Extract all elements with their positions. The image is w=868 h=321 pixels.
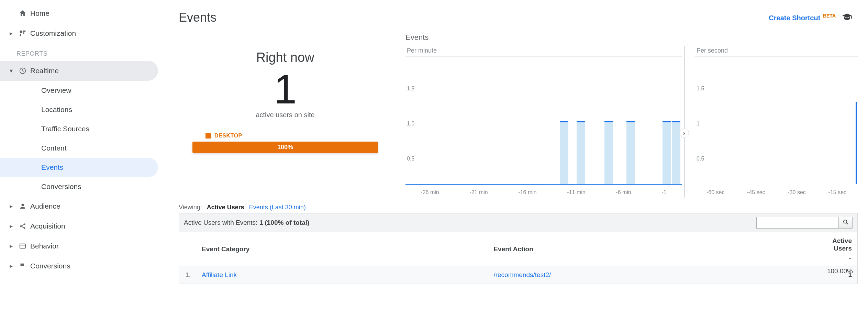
nav-audience[interactable]: ▸ Audience bbox=[0, 196, 168, 216]
right-now-card: Right now 1 active users on site DESKTOP… bbox=[179, 33, 392, 198]
nav-home[interactable]: Home bbox=[0, 3, 168, 23]
share-icon bbox=[15, 222, 30, 230]
charts-column: Events Per minute 1.5 1.0 0.5 bbox=[405, 33, 858, 198]
col-active-users-label: Active Users bbox=[832, 237, 852, 252]
sidebar: Home ▸ Customization REPORTS ▾ Realtime … bbox=[0, 0, 168, 321]
create-shortcut-label: Create Shortcut bbox=[769, 14, 820, 22]
desktop-label: DESKTOP bbox=[214, 133, 242, 139]
sidebar-item-label: Events bbox=[41, 163, 63, 171]
chart-expand-button[interactable]: › bbox=[679, 128, 689, 138]
education-icon[interactable] bbox=[842, 12, 852, 23]
chart-second-xlabels: -60 sec-45 sec-30 sec-15 sec bbox=[695, 189, 858, 196]
col-event-action[interactable]: Event Action bbox=[488, 232, 827, 266]
sidebar-item-overview[interactable]: Overview bbox=[0, 81, 168, 100]
main-content: Events Create Shortcut BETA Right now 1 … bbox=[168, 0, 868, 321]
svg-rect-9 bbox=[20, 244, 26, 248]
table-caption-bar: Active Users with Events: 1 (100% of tot… bbox=[179, 213, 857, 232]
nav-conversions-label: Conversions bbox=[30, 262, 70, 270]
caret-right-icon: ▸ bbox=[7, 262, 15, 270]
ytick: 1 bbox=[697, 121, 700, 127]
behavior-icon bbox=[15, 242, 30, 250]
svg-rect-3 bbox=[20, 34, 21, 36]
chart-bar bbox=[626, 122, 635, 184]
ytick: 0.5 bbox=[697, 156, 704, 162]
svg-rect-1 bbox=[23, 31, 25, 32]
table-search-input[interactable] bbox=[756, 217, 839, 229]
svg-point-5 bbox=[21, 204, 24, 206]
caret-right-icon: ▸ bbox=[7, 222, 15, 230]
chart-second-canvas: 1.5 1 0.5 -60 sec-45 sec-30 sec-15 sec bbox=[695, 57, 858, 198]
svg-rect-2 bbox=[23, 32, 24, 34]
events-table: Event Category Event Action Active Users… bbox=[179, 232, 857, 284]
beta-badge: BETA bbox=[823, 13, 836, 19]
table-search-button[interactable] bbox=[839, 217, 853, 229]
chart-bar bbox=[577, 122, 585, 184]
chart-minute-xlabels: -26 min-21 min-16 min-11 min-6 min-1 bbox=[405, 189, 682, 196]
ytick: 1.0 bbox=[407, 121, 414, 127]
ytick: 1.5 bbox=[407, 86, 414, 92]
tab-events-30min[interactable]: Events (Last 30 min) bbox=[249, 204, 306, 211]
person-icon bbox=[15, 202, 30, 210]
chart-per-minute: Per minute 1.5 1.0 0.5 bbox=[405, 46, 685, 198]
chart-bar bbox=[856, 102, 857, 184]
col-event-category[interactable]: Event Category bbox=[196, 232, 488, 266]
ytick: 1.5 bbox=[697, 86, 704, 92]
sort-desc-icon: ↓ bbox=[845, 252, 852, 261]
create-shortcut-link[interactable]: Create Shortcut BETA bbox=[769, 13, 836, 22]
cell-pct: 100.00% bbox=[168, 267, 853, 275]
caption-value: 1 (100% of total) bbox=[259, 219, 310, 226]
chart-baseline bbox=[405, 184, 682, 185]
sidebar-item-label: Traffic Sources bbox=[41, 125, 89, 133]
right-now-subtitle: active users on site bbox=[256, 111, 314, 119]
col-index bbox=[179, 232, 196, 266]
desktop-swatch-icon bbox=[205, 133, 211, 139]
tab-active-users[interactable]: Active Users bbox=[207, 204, 244, 211]
svg-rect-0 bbox=[20, 31, 22, 33]
top-row: Right now 1 active users on site DESKTOP… bbox=[168, 33, 868, 201]
chart-minute-label: Per minute bbox=[405, 46, 682, 57]
sidebar-item-traffic-sources[interactable]: Traffic Sources bbox=[0, 119, 168, 139]
right-now-value: 1 bbox=[274, 68, 297, 110]
page-title: Events bbox=[179, 10, 216, 25]
nav-realtime[interactable]: ▾ Realtime bbox=[0, 61, 158, 81]
flag-icon bbox=[15, 262, 30, 270]
table-caption-text: Active Users with Events: 1 (100% of tot… bbox=[184, 219, 309, 226]
sidebar-item-label: Locations bbox=[41, 106, 72, 114]
sidebar-item-events[interactable]: Events bbox=[0, 158, 158, 177]
nav-customization[interactable]: ▸ Customization bbox=[0, 23, 168, 43]
chart-per-second: › Per second 1.5 1 0.5 -60 sec-45 sec-30… bbox=[685, 46, 858, 198]
sidebar-item-label: Content bbox=[41, 144, 67, 152]
nav-customization-label: Customization bbox=[30, 29, 76, 37]
nav-realtime-label: Realtime bbox=[30, 67, 59, 75]
chart-second-label: Per second bbox=[695, 46, 858, 57]
chart-bar bbox=[672, 122, 680, 184]
charts-row: Per minute 1.5 1.0 0.5 bbox=[405, 46, 858, 198]
chart-bar bbox=[604, 122, 613, 184]
caret-right-icon: ▸ bbox=[7, 242, 15, 250]
caret-right-icon: ▸ bbox=[7, 30, 15, 37]
nav-conversions[interactable]: ▸ Conversions bbox=[0, 256, 168, 276]
nav-behavior-label: Behavior bbox=[30, 242, 59, 250]
nav-audience-label: Audience bbox=[30, 202, 60, 210]
col-active-users[interactable]: Active Users ↓ bbox=[827, 232, 857, 266]
right-now-title: Right now bbox=[256, 50, 314, 65]
search-icon bbox=[843, 219, 848, 225]
svg-point-10 bbox=[844, 220, 847, 223]
sidebar-item-conversions[interactable]: Conversions bbox=[0, 177, 168, 196]
chart-bar bbox=[663, 122, 671, 184]
table-header-row: Event Category Event Action Active Users… bbox=[179, 232, 857, 266]
ytick: 0.5 bbox=[407, 156, 414, 162]
charts-title: Events bbox=[405, 33, 858, 44]
reports-section-label: REPORTS bbox=[0, 43, 168, 61]
home-icon bbox=[15, 9, 30, 18]
clock-icon bbox=[15, 67, 30, 75]
chart-minute-canvas: 1.5 1.0 0.5 -26 min-21 min-16 min-11 min… bbox=[405, 57, 682, 198]
viewing-label: Viewing: bbox=[179, 204, 202, 211]
sidebar-item-label: Conversions bbox=[41, 182, 81, 191]
sidebar-item-content[interactable]: Content bbox=[0, 139, 168, 158]
sidebar-item-locations[interactable]: Locations bbox=[0, 100, 168, 119]
nav-behavior[interactable]: ▸ Behavior bbox=[0, 236, 168, 256]
viewing-tabs: Viewing: Active Users Events (Last 30 mi… bbox=[168, 201, 868, 213]
nav-acquisition[interactable]: ▸ Acquisition bbox=[0, 216, 168, 236]
caret-right-icon: ▸ bbox=[7, 202, 15, 210]
